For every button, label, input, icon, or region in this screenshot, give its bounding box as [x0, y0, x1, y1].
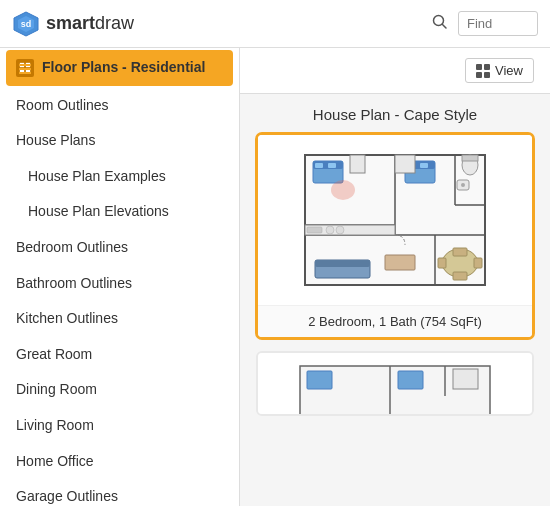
- svg-rect-29: [395, 155, 415, 173]
- search-input[interactable]: [458, 11, 538, 36]
- card-image-1: [258, 135, 532, 305]
- sidebar-item-great-room[interactable]: Great Room: [0, 337, 239, 373]
- section-title: House Plan - Cape Style: [256, 106, 534, 123]
- view-label: View: [495, 63, 523, 78]
- sidebar-item-living-room[interactable]: Living Room: [0, 408, 239, 444]
- svg-line-4: [443, 24, 447, 28]
- floor-plans-icon: [16, 59, 34, 77]
- smartdraw-logo-icon: sd: [12, 10, 40, 38]
- sidebar-item-label: Dining Room: [16, 381, 97, 397]
- svg-rect-25: [462, 155, 478, 161]
- svg-rect-37: [474, 258, 482, 268]
- template-card-2[interactable]: [256, 351, 534, 416]
- svg-rect-48: [453, 369, 478, 389]
- svg-text:sd: sd: [21, 19, 32, 29]
- svg-rect-16: [315, 163, 323, 168]
- header: sd smartdraw: [0, 0, 550, 48]
- svg-rect-31: [315, 260, 370, 267]
- svg-point-41: [336, 226, 344, 234]
- sidebar-item-label: Great Room: [16, 346, 92, 362]
- floor-plan-svg: [295, 145, 495, 295]
- svg-rect-39: [307, 227, 322, 233]
- search-area: [428, 10, 538, 38]
- content-toolbar: View: [240, 48, 550, 94]
- sidebar-item-label: Living Room: [16, 417, 94, 433]
- search-button[interactable]: [428, 10, 452, 38]
- sidebar: Floor Plans - Residential Room Outlines …: [0, 48, 240, 506]
- sidebar-item-bedroom-outlines[interactable]: Bedroom Outlines: [0, 230, 239, 266]
- svg-rect-47: [398, 371, 423, 389]
- sidebar-item-label: House Plan Elevations: [28, 203, 169, 219]
- main: Floor Plans - Residential Room Outlines …: [0, 48, 550, 506]
- card-image-2: [258, 353, 532, 416]
- svg-rect-21: [420, 163, 428, 168]
- content-area: View House Plan - Cape Style: [240, 48, 550, 506]
- svg-rect-17: [328, 163, 336, 168]
- svg-point-40: [326, 226, 334, 234]
- svg-rect-5: [20, 63, 24, 67]
- sidebar-item-floor-plans-residential[interactable]: Floor Plans - Residential: [6, 50, 233, 86]
- logo: sd smartdraw: [12, 10, 134, 38]
- svg-point-42: [331, 180, 355, 200]
- view-button[interactable]: View: [465, 58, 534, 83]
- sidebar-item-dining-room[interactable]: Dining Room: [0, 372, 239, 408]
- sidebar-item-garage-outlines[interactable]: Garage Outlines: [0, 479, 239, 506]
- sidebar-item-kitchen-outlines[interactable]: Kitchen Outlines: [0, 301, 239, 337]
- sidebar-item-label: Home Office: [16, 453, 94, 469]
- sidebar-item-house-plan-examples[interactable]: House Plan Examples: [0, 159, 239, 195]
- svg-rect-7: [20, 69, 24, 73]
- sidebar-item-label: Floor Plans - Residential: [42, 58, 205, 78]
- sidebar-item-label: Kitchen Outlines: [16, 310, 118, 326]
- svg-rect-6: [26, 63, 30, 67]
- sidebar-item-label: House Plan Examples: [28, 168, 166, 184]
- template-card-1[interactable]: 2 Bedroom, 1 Bath (754 SqFt): [256, 133, 534, 339]
- card-label-1: 2 Bedroom, 1 Bath (754 SqFt): [258, 305, 532, 337]
- svg-rect-35: [453, 272, 467, 280]
- svg-rect-36: [438, 258, 446, 268]
- svg-rect-34: [453, 248, 467, 256]
- sidebar-item-label: Garage Outlines: [16, 488, 118, 504]
- search-icon: [432, 14, 448, 30]
- sidebar-item-label: Room Outlines: [16, 97, 109, 113]
- sidebar-item-house-plans[interactable]: House Plans: [0, 123, 239, 159]
- sidebar-item-label: House Plans: [16, 132, 95, 148]
- sidebar-item-label: Bathroom Outlines: [16, 275, 132, 291]
- svg-rect-32: [385, 255, 415, 270]
- sidebar-item-label: Bedroom Outlines: [16, 239, 128, 255]
- svg-rect-46: [307, 371, 332, 389]
- svg-point-27: [461, 183, 465, 187]
- sidebar-item-home-office[interactable]: Home Office: [0, 444, 239, 480]
- logo-text: smartdraw: [46, 13, 134, 34]
- grid-view-icon: [476, 64, 490, 78]
- sidebar-item-bathroom-outlines[interactable]: Bathroom Outlines: [0, 266, 239, 302]
- floor-plan-svg-2: [295, 361, 495, 416]
- svg-rect-28: [350, 155, 365, 173]
- svg-rect-8: [26, 69, 30, 73]
- sidebar-item-room-outlines[interactable]: Room Outlines: [0, 88, 239, 124]
- sidebar-item-house-plan-elevations[interactable]: House Plan Elevations: [0, 194, 239, 230]
- cards-area: House Plan - Cape Style: [240, 94, 550, 440]
